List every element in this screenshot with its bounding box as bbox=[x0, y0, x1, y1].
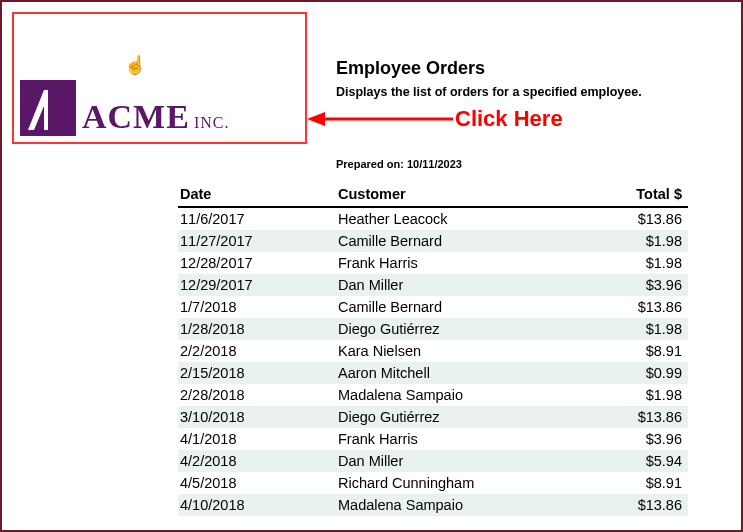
cell-customer: Kara Nielsen bbox=[336, 340, 598, 362]
arrow-left-icon bbox=[307, 109, 455, 129]
cell-customer: Diego Gutiérrez bbox=[336, 406, 598, 428]
cell-customer: Camille Bernard bbox=[336, 296, 598, 318]
cell-total: $1.98 bbox=[598, 384, 688, 406]
table-row: 2/28/2018Madalena Sampaio$1.98 bbox=[178, 384, 688, 406]
cell-customer: Dan Miller bbox=[336, 450, 598, 472]
prepared-value: 10/11/2023 bbox=[407, 158, 462, 170]
cell-customer: Diego Gutiérrez bbox=[336, 318, 598, 340]
cell-date: 3/10/2018 bbox=[178, 406, 336, 428]
cell-date: 2/28/2018 bbox=[178, 384, 336, 406]
cell-date: 2/15/2018 bbox=[178, 362, 336, 384]
cell-total: $3.96 bbox=[598, 274, 688, 296]
cell-total: $13.86 bbox=[598, 296, 688, 318]
page-title: Employee Orders bbox=[336, 58, 642, 79]
cell-customer: Dan Miller bbox=[336, 274, 598, 296]
cell-date: 4/1/2018 bbox=[178, 428, 336, 450]
orders-table-container: Date Customer Total $ 11/6/2017Heather L… bbox=[178, 182, 688, 516]
cell-date: 4/2/2018 bbox=[178, 450, 336, 472]
cell-total: $1.98 bbox=[598, 252, 688, 274]
logo-text: ACME INC. bbox=[82, 98, 229, 136]
logo-mark-icon bbox=[20, 80, 76, 136]
cell-total: $0.99 bbox=[598, 362, 688, 384]
orders-table: Date Customer Total $ 11/6/2017Heather L… bbox=[178, 182, 688, 516]
table-row: 12/29/2017Dan Miller$3.96 bbox=[178, 274, 688, 296]
logo-highlight-box[interactable]: ACME INC. ☝ bbox=[12, 12, 307, 144]
page-subtitle: Displays the list of orders for a specif… bbox=[336, 85, 642, 99]
prepared-label: Prepared on: bbox=[336, 158, 404, 170]
table-row: 4/1/2018Frank Harris$3.96 bbox=[178, 428, 688, 450]
svg-marker-3 bbox=[307, 112, 325, 126]
logo-brand-suffix: INC. bbox=[194, 114, 230, 132]
cell-customer: Richard Cunningham bbox=[336, 472, 598, 494]
col-header-customer: Customer bbox=[336, 182, 598, 207]
cell-date: 12/28/2017 bbox=[178, 252, 336, 274]
cell-total: $13.86 bbox=[598, 494, 688, 516]
cell-total: $13.86 bbox=[598, 406, 688, 428]
cell-customer: Frank Harris bbox=[336, 252, 598, 274]
cell-customer: Camille Bernard bbox=[336, 230, 598, 252]
cell-total: $3.96 bbox=[598, 428, 688, 450]
cell-customer: Madalena Sampaio bbox=[336, 494, 598, 516]
col-header-date: Date bbox=[178, 182, 336, 207]
pointer-cursor-icon: ☝ bbox=[124, 54, 146, 76]
table-row: 2/2/2018Kara Nielsen$8.91 bbox=[178, 340, 688, 362]
table-row: 3/10/2018Diego Gutiérrez$13.86 bbox=[178, 406, 688, 428]
cell-customer: Frank Harris bbox=[336, 428, 598, 450]
logo-brand-primary: ACME bbox=[82, 98, 190, 136]
prepared-on: Prepared on: 10/11/2023 bbox=[336, 158, 462, 170]
annotation-callout: Click Here bbox=[307, 106, 563, 132]
table-row: 2/15/2018Aaron Mitchell$0.99 bbox=[178, 362, 688, 384]
cell-total: $13.86 bbox=[598, 207, 688, 230]
table-header-row: Date Customer Total $ bbox=[178, 182, 688, 207]
cell-date: 12/29/2017 bbox=[178, 274, 336, 296]
table-row: 4/2/2018Dan Miller$5.94 bbox=[178, 450, 688, 472]
cell-total: $1.98 bbox=[598, 230, 688, 252]
cell-date: 1/28/2018 bbox=[178, 318, 336, 340]
cell-total: $8.91 bbox=[598, 340, 688, 362]
table-row: 1/28/2018Diego Gutiérrez$1.98 bbox=[178, 318, 688, 340]
cell-date: 4/5/2018 bbox=[178, 472, 336, 494]
cell-date: 1/7/2018 bbox=[178, 296, 336, 318]
cell-date: 11/6/2017 bbox=[178, 207, 336, 230]
table-row: 4/10/2018Madalena Sampaio$13.86 bbox=[178, 494, 688, 516]
table-row: 11/27/2017Camille Bernard$1.98 bbox=[178, 230, 688, 252]
table-row: 1/7/2018Camille Bernard$13.86 bbox=[178, 296, 688, 318]
cell-date: 2/2/2018 bbox=[178, 340, 336, 362]
table-row: 4/5/2018Richard Cunningham$8.91 bbox=[178, 472, 688, 494]
report-header: Employee Orders Displays the list of ord… bbox=[336, 58, 642, 99]
cell-customer: Aaron Mitchell bbox=[336, 362, 598, 384]
table-row: 12/28/2017Frank Harris$1.98 bbox=[178, 252, 688, 274]
table-row: 11/6/2017Heather Leacock$13.86 bbox=[178, 207, 688, 230]
cell-date: 11/27/2017 bbox=[178, 230, 336, 252]
cell-customer: Madalena Sampaio bbox=[336, 384, 598, 406]
cell-customer: Heather Leacock bbox=[336, 207, 598, 230]
cell-date: 4/10/2018 bbox=[178, 494, 336, 516]
cell-total: $8.91 bbox=[598, 472, 688, 494]
company-logo[interactable]: ACME INC. bbox=[20, 80, 229, 136]
annotation-label: Click Here bbox=[455, 106, 563, 132]
cell-total: $5.94 bbox=[598, 450, 688, 472]
col-header-total: Total $ bbox=[598, 182, 688, 207]
cell-total: $1.98 bbox=[598, 318, 688, 340]
